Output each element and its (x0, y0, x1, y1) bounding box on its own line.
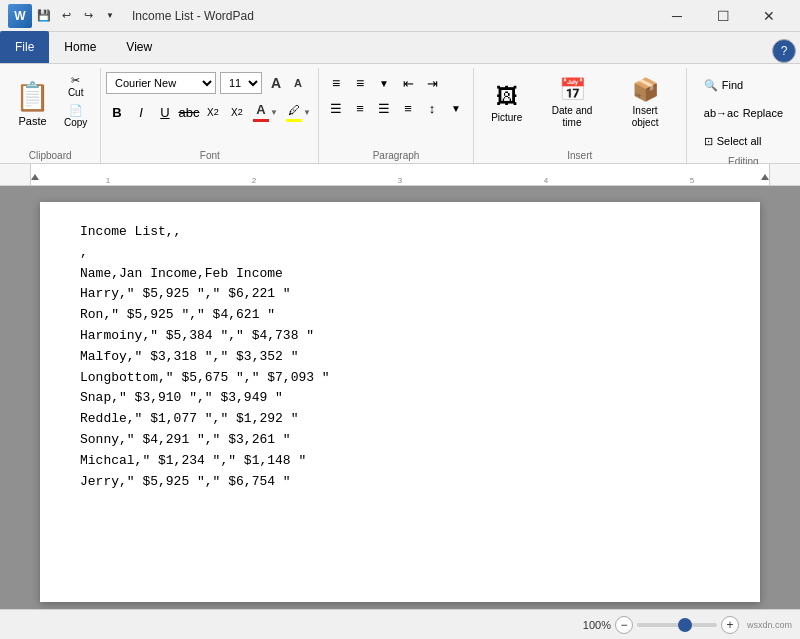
font-family-select[interactable]: Courier New (106, 72, 216, 94)
replace-button[interactable]: ab→ac Replace (695, 100, 792, 126)
insert-object-button[interactable]: 📦 Insert object (612, 72, 677, 134)
ribbon: 📋 Paste ✂ Cut 📄 Copy Clipboard Courier N… (0, 64, 800, 164)
font-grow-button[interactable]: A (266, 73, 286, 93)
zoom-slider[interactable] (637, 623, 717, 627)
wordpad-icon: W (8, 4, 32, 28)
paste-icon: 📋 (15, 80, 50, 113)
qat-dropdown[interactable]: ▼ (100, 6, 120, 26)
zoom-controls: 100% − + (583, 616, 739, 634)
font-content: Courier New 11 A A B I U abc X2 X2 (106, 70, 314, 148)
date-time-label: Date and time (543, 105, 602, 129)
find-label: Find (722, 79, 743, 91)
picture-button[interactable]: 🖼 Picture (482, 72, 532, 134)
quick-access-toolbar: W 💾 ↩ ↪ ▼ (8, 4, 120, 28)
replace-icon: ab→ac (704, 107, 739, 119)
window-controls: ─ ☐ ✕ (654, 0, 792, 32)
subscript-button[interactable]: X2 (202, 101, 224, 123)
insert-object-label: Insert object (619, 105, 670, 129)
redo-button[interactable]: ↪ (78, 6, 98, 26)
align-justify-button[interactable]: ≡ (397, 97, 419, 119)
clipboard-secondary-buttons: ✂ Cut 📄 Copy (59, 72, 92, 130)
list-dropdown[interactable]: ▼ (373, 72, 395, 94)
strikethrough-button[interactable]: abc (178, 101, 200, 123)
insert-content: 🖼 Picture 📅 Date and time 📦 Insert objec… (482, 70, 678, 148)
watermark: wsxdn.com (747, 620, 792, 630)
italic-button[interactable]: I (130, 101, 152, 123)
editing-content: 🔍 Find ab→ac Replace ⊡ Select all (695, 70, 792, 154)
help-button[interactable]: ? (772, 39, 796, 63)
insert-label: Insert (567, 150, 592, 163)
font-color-dropdown[interactable]: ▼ (270, 108, 278, 117)
line-spacing-dropdown[interactable]: ▼ (445, 97, 467, 119)
ruler-mark-1: 1 (35, 176, 181, 185)
date-time-button[interactable]: 📅 Date and time (536, 72, 609, 134)
document-page[interactable]: Income List,, , Name,Jan Income,Feb Inco… (40, 202, 760, 602)
minimize-button[interactable]: ─ (654, 0, 700, 32)
indent-decrease[interactable]: ⇤ (397, 72, 419, 94)
window-title: Income List - WordPad (132, 9, 254, 23)
close-button[interactable]: ✕ (746, 0, 792, 32)
title-bar-left: W 💾 ↩ ↪ ▼ Income List - WordPad (8, 4, 254, 28)
paragraph-label: Paragraph (373, 150, 420, 163)
copy-button[interactable]: 📄 Copy (59, 102, 92, 130)
font-shrink-button[interactable]: A (288, 73, 308, 93)
bold-button[interactable]: B (106, 101, 128, 123)
paragraph-row1: ≡ ≡ ▼ ⇤ ⇥ (325, 72, 443, 94)
ribbon-tabs: File Home View ? (0, 32, 800, 64)
font-color-button[interactable]: A ▼ (250, 100, 281, 124)
insert-object-icon: 📦 (632, 77, 659, 103)
align-left-button[interactable]: ☰ (325, 97, 347, 119)
ribbon-group-insert: 🖼 Picture 📅 Date and time 📦 Insert objec… (474, 68, 687, 163)
superscript-button[interactable]: X2 (226, 101, 248, 123)
undo-button[interactable]: ↩ (56, 6, 76, 26)
save-button[interactable]: 💾 (34, 6, 54, 26)
tab-home[interactable]: Home (49, 31, 111, 63)
font-color-swatch (253, 119, 269, 122)
replace-label: Replace (743, 107, 783, 119)
select-all-button[interactable]: ⊡ Select all (695, 128, 771, 154)
paste-button[interactable]: 📋 Paste (8, 72, 57, 134)
line-spacing-button[interactable]: ↕ (421, 97, 443, 119)
ruler-left-indent[interactable] (31, 172, 39, 180)
select-all-label: Select all (717, 135, 762, 147)
align-center-button[interactable]: ≡ (349, 97, 371, 119)
ruler: 1 2 3 4 5 (0, 164, 800, 186)
paste-label: Paste (18, 115, 46, 127)
find-button[interactable]: 🔍 Find (695, 72, 752, 98)
zoom-minus-button[interactable]: − (615, 616, 633, 634)
clipboard-content: 📋 Paste ✂ Cut 📄 Copy (8, 70, 92, 148)
ribbon-group-font: Courier New 11 A A B I U abc X2 X2 (101, 68, 319, 163)
paragraph-content: ≡ ≡ ▼ ⇤ ⇥ ☰ ≡ ☰ ≡ ↕ ▼ (325, 70, 467, 148)
find-icon: 🔍 (704, 79, 718, 92)
ruler-right-indent[interactable] (761, 172, 769, 180)
format-buttons-row: B I U abc X2 X2 A ▼ 🖊 (106, 100, 314, 124)
paragraph-row2: ☰ ≡ ☰ ≡ ↕ ▼ (325, 97, 467, 119)
highlight-icon: 🖊 (286, 103, 302, 122)
select-all-icon: ⊡ (704, 135, 713, 148)
ruler-mark-4: 4 (473, 176, 619, 185)
font-selector-row: Courier New 11 A A (106, 72, 308, 94)
highlight-dropdown[interactable]: ▼ (303, 108, 311, 117)
font-size-buttons: A A (266, 73, 308, 93)
tab-file[interactable]: File (0, 31, 49, 63)
zoom-plus-button[interactable]: + (721, 616, 739, 634)
ruler-mark-2: 2 (181, 176, 327, 185)
highlight-color-button[interactable]: 🖊 ▼ (283, 101, 314, 124)
zoom-level: 100% (583, 619, 611, 631)
underline-button[interactable]: U (154, 101, 176, 123)
font-size-select[interactable]: 11 (220, 72, 262, 94)
ruler-mark-3: 3 (327, 176, 473, 185)
ruler-marks: 1 2 3 4 5 (31, 176, 769, 185)
bullets-button[interactable]: ≡ (325, 72, 347, 94)
numbering-button[interactable]: ≡ (349, 72, 371, 94)
picture-icon: 🖼 (496, 84, 518, 110)
copy-label: Copy (64, 117, 87, 128)
cut-button[interactable]: ✂ Cut (59, 72, 92, 100)
maximize-button[interactable]: ☐ (700, 0, 746, 32)
align-right-button[interactable]: ☰ (373, 97, 395, 119)
tab-view[interactable]: View (111, 31, 167, 63)
cut-label: Cut (68, 87, 84, 98)
status-bar: 100% − + wsxdn.com (0, 609, 800, 639)
indent-increase[interactable]: ⇥ (421, 72, 443, 94)
cut-icon: ✂ (71, 74, 80, 87)
